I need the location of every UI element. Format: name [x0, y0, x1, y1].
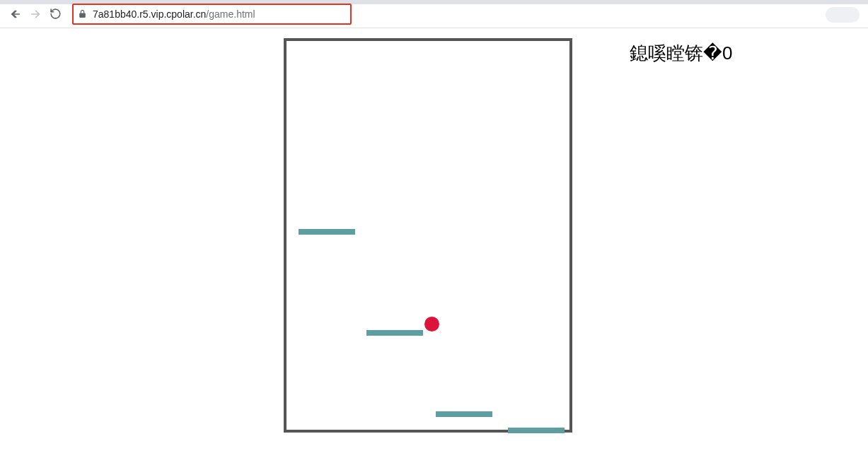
- score-display: 鎴嗘瞠锛�0: [630, 41, 732, 66]
- arrow-right-icon: [29, 8, 42, 20]
- platform-3: [436, 411, 492, 417]
- platform-4: [508, 428, 565, 433]
- toolbar-right-pill: [826, 7, 860, 23]
- player-ball: [424, 317, 439, 331]
- url-path: /game.html: [206, 8, 255, 20]
- forward-button[interactable]: [25, 4, 45, 24]
- platform-2: [366, 330, 423, 336]
- url-text: 7a81bb40.r5.vip.cpolar.cn/game.html: [93, 8, 255, 20]
- lock-icon: [78, 9, 87, 18]
- reload-button[interactable]: [45, 4, 65, 24]
- address-bar[interactable]: 7a81bb40.r5.vip.cpolar.cn/game.html: [72, 4, 352, 25]
- platform-1: [299, 229, 355, 235]
- score-label: 鎴嗘瞠锛�: [630, 42, 722, 64]
- arrow-left-icon: [9, 8, 22, 20]
- game-canvas[interactable]: [284, 38, 572, 433]
- back-button[interactable]: [6, 4, 25, 24]
- browser-toolbar: 7a81bb40.r5.vip.cpolar.cn/game.html: [0, 0, 868, 28]
- page-content: 鎴嗘瞠锛�0: [0, 28, 868, 470]
- reload-icon: [50, 8, 62, 20]
- url-host: 7a81bb40.r5.vip.cpolar.cn: [93, 8, 206, 20]
- score-value: 0: [722, 42, 732, 64]
